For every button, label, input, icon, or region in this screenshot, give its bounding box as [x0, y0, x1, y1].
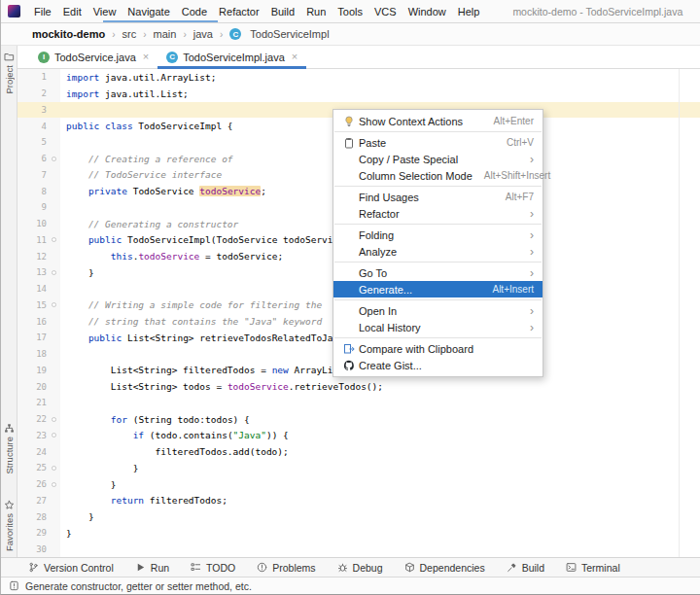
menu-item-label: Folding — [359, 229, 518, 241]
menu-item-local-history[interactable]: Local History› — [333, 319, 542, 335]
menubar-item-tools[interactable]: Tools — [332, 6, 368, 18]
fold-marker-icon[interactable] — [52, 157, 56, 161]
code-text[interactable]: import java.util.ArrayList; — [60, 72, 216, 83]
menubar-item-view[interactable]: View — [88, 6, 122, 18]
tab-todoserviceimpl-java[interactable]: CTodoServiceImpl.java× — [158, 46, 306, 68]
code-text[interactable]: } — [60, 463, 138, 473]
paste-icon — [343, 137, 355, 149]
menu-item-show-context-actions[interactable]: Show Context ActionsAlt+Enter — [333, 113, 542, 129]
code-text[interactable]: // TodoService interface — [60, 169, 222, 180]
menubar-item-file[interactable]: File — [28, 6, 57, 18]
menu-item-paste[interactable]: PasteCtrl+V — [333, 134, 542, 151]
fold-marker-icon[interactable] — [52, 237, 56, 242]
code-text[interactable]: // Generating a constructor — [60, 219, 238, 229]
tab-todoservice-java[interactable]: ITodoService.java× — [29, 46, 158, 68]
gutter: 17 — [18, 330, 60, 346]
menubar: FileEditViewNavigateCodeRefactorBuildRun… — [28, 6, 485, 18]
code-text[interactable]: for (String todo:todos) { — [60, 414, 250, 425]
breadcrumb-item-todoserviceimpl[interactable]: CTodoServiceImpl — [228, 27, 331, 41]
menu-item-compare-with-clipboard[interactable]: Compare with Clipboard — [333, 340, 542, 357]
menubar-item-code[interactable]: Code — [176, 6, 213, 18]
code-line: 30 — [18, 542, 700, 557]
fold-marker-icon[interactable] — [52, 302, 56, 307]
code-text[interactable]: } — [60, 528, 72, 539]
gutter: 20 — [18, 378, 60, 395]
gutter: 3 — [18, 102, 60, 119]
code-line: 1import java.util.ArrayList; — [18, 69, 700, 86]
menubar-item-build[interactable]: Build — [265, 6, 300, 18]
tool-window-button-build[interactable]: Build — [507, 562, 544, 574]
tool-stripe-structure[interactable]: Structure — [4, 423, 15, 474]
line-number: 17 — [18, 332, 47, 342]
menubar-item-run[interactable]: Run — [300, 6, 332, 18]
code-text[interactable]: this.todoService = todoService; — [60, 251, 283, 262]
gutter: 22 — [18, 411, 60, 428]
menubar-item-edit[interactable]: Edit — [57, 6, 88, 18]
fold-column — [47, 482, 60, 487]
tool-window-button-problems[interactable]: Problems — [257, 562, 315, 574]
code-text[interactable]: import java.util.List; — [60, 88, 189, 99]
code-text[interactable]: // Writing a simple code for filtering t… — [60, 299, 322, 310]
tool-window-button-terminal[interactable]: Terminal — [566, 562, 620, 574]
code-text[interactable]: } — [60, 479, 116, 490]
menu-item-analyze[interactable]: Analyze› — [333, 243, 542, 260]
breadcrumb-item-src[interactable]: src — [121, 27, 139, 41]
breadcrumb-separator-icon: › — [183, 29, 186, 40]
tool-window-button-debug[interactable]: Debug — [337, 562, 383, 574]
fold-marker-icon[interactable] — [52, 466, 56, 471]
gutter: 21 — [18, 395, 60, 411]
tab-close-icon[interactable]: × — [143, 52, 149, 62]
fold-marker-icon[interactable] — [52, 270, 56, 275]
code-text[interactable]: private TodoService todoService; — [60, 186, 266, 196]
tool-window-button-dependencies[interactable]: Dependencies — [404, 562, 485, 574]
tool-stripe-project[interactable]: Project — [4, 52, 15, 94]
menu-item-column-selection-mode[interactable]: Column Selection ModeAlt+Shift+Insert — [333, 167, 542, 184]
tool-stripe-favorites[interactable]: Favorites — [4, 500, 15, 551]
code-token — [66, 495, 111, 506]
fold-column — [47, 237, 60, 242]
menu-item-refactor[interactable]: Refactor› — [333, 205, 542, 222]
code-text[interactable]: filteredTodos.add(todo); — [60, 446, 289, 457]
code-text[interactable]: public class TodoServiceImpl { — [60, 121, 233, 131]
fold-column — [47, 433, 60, 438]
code-text[interactable]: return filteredTodos; — [60, 495, 228, 506]
breadcrumb-item-main[interactable]: main — [152, 27, 179, 41]
gutter: 25 — [18, 460, 60, 476]
menu-item-label: Refactor — [359, 208, 518, 220]
code-text[interactable]: if (todo.contains("Java")) { — [60, 430, 289, 440]
menu-item-folding[interactable]: Folding› — [333, 227, 542, 243]
tab-close-icon[interactable]: × — [292, 52, 298, 62]
gutter: 24 — [18, 443, 60, 460]
menubar-item-window[interactable]: Window — [402, 6, 452, 18]
tool-window-button-run[interactable]: Run — [135, 562, 169, 574]
code-text[interactable]: // string that contains the "Java" keywo… — [60, 316, 322, 327]
breadcrumb-item-java[interactable]: java — [192, 27, 215, 41]
menubar-item-navigate[interactable]: Navigate — [122, 6, 175, 18]
tool-window-label: Run — [151, 562, 169, 574]
tool-window-button-version-control[interactable]: Version Control — [28, 562, 114, 574]
code-text[interactable]: // Creating a reference of — [60, 154, 233, 164]
tool-window-button-todo[interactable]: TODO — [191, 562, 235, 574]
fold-marker-icon[interactable] — [52, 433, 56, 438]
menu-item-copy-paste-special[interactable]: Copy / Paste Special› — [333, 151, 542, 167]
menu-item-open-in[interactable]: Open In› — [333, 302, 542, 319]
fold-marker-icon[interactable] — [52, 417, 56, 422]
code-text[interactable]: List<String> todos = todoService.retriev… — [60, 381, 383, 392]
code-text[interactable]: public TodoServiceImpl(TodoService todoS… — [60, 234, 361, 245]
editor-context-menu: Show Context ActionsAlt+EnterPasteCtrl+V… — [332, 109, 543, 377]
menubar-item-refactor[interactable]: Refactor — [213, 6, 265, 18]
menu-item-generate[interactable]: Generate...Alt+Insert — [333, 281, 542, 298]
menu-item-find-usages[interactable]: Find UsagesAlt+F7 — [333, 189, 542, 205]
menubar-item-vcs[interactable]: VCS — [368, 6, 402, 18]
line-number: 4 — [18, 122, 47, 131]
submenu-arrow-icon: › — [530, 246, 534, 258]
line-number: 16 — [18, 317, 47, 327]
menu-item-go-to[interactable]: Go To› — [333, 264, 542, 281]
menubar-item-help[interactable]: Help — [452, 6, 486, 18]
breadcrumb-item-mockito-demo[interactable]: mockito-demo — [30, 27, 107, 41]
code-text[interactable]: } — [60, 267, 94, 278]
fold-marker-icon[interactable] — [52, 482, 56, 487]
code-token: this — [111, 251, 133, 262]
code-text[interactable]: } — [60, 511, 94, 522]
menu-item-create-gist[interactable]: Create Gist... — [333, 357, 542, 373]
